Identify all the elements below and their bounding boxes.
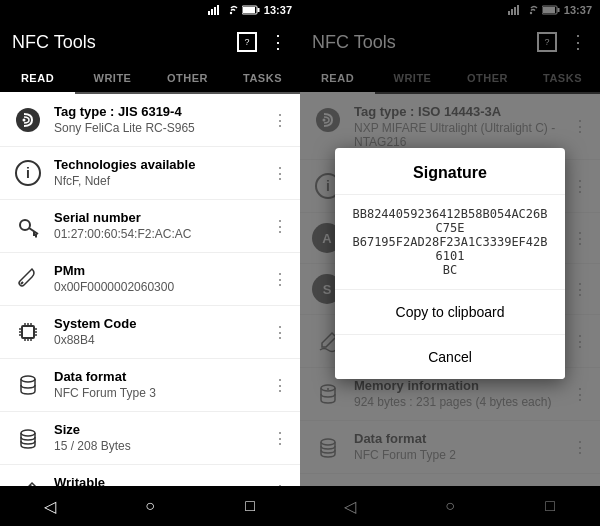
svg-rect-1 [211,9,213,15]
item-subtitle: 0x00F0000002060300 [54,280,272,294]
database-icon [12,369,44,401]
status-icons-left: 13:37 [208,4,292,16]
tab-write-left[interactable]: WRITE [75,64,150,92]
right-screen: 13:37 NFC Tools ? ⋮ READ WRITE OTHER TAS… [300,0,600,526]
svg-point-4 [230,12,232,14]
time-left: 13:37 [264,4,292,16]
svg-rect-6 [257,8,259,12]
status-bar-left: 13:37 [0,0,300,20]
list-item: Data format NFC Forum Type 3 ⋮ [0,359,300,412]
back-button-left[interactable]: ◁ [30,486,70,526]
item-content: Data format NFC Forum Type 3 [54,369,272,400]
nav-bar-left: ◁ ○ □ [0,486,300,526]
list-item: Writable Yes ⋮ [0,465,300,486]
signature-dialog: Signature BB8244059236412B58B054AC26BC75… [335,148,565,379]
more-icon[interactable]: ⋮ [272,482,288,487]
item-subtitle: 0x88B4 [54,333,272,347]
help-icon-left[interactable]: ? [237,32,257,52]
more-icon[interactable]: ⋮ [272,164,288,183]
list-item: Serial number 01:27:00:60:54:F2:AC:AC ⋮ [0,200,300,253]
item-content: Technologies available NfcF, Ndef [54,157,272,188]
tab-tasks-left[interactable]: TASKS [225,64,300,92]
item-subtitle: Sony FeliCa Lite RC-S965 [54,121,272,135]
dialog-body: BB8244059236412B58B054AC26BC75EB67195F2A… [335,195,565,290]
wifi-icon [224,5,238,15]
stack-icon [12,422,44,454]
list-item: System Code 0x88B4 ⋮ [0,306,300,359]
svg-rect-2 [214,7,216,15]
item-subtitle: 15 / 208 Bytes [54,439,272,453]
svg-point-12 [20,220,30,230]
more-icon[interactable]: ⋮ [272,323,288,342]
battery-icon [242,5,260,15]
tab-bar-left: READ WRITE OTHER TASKS [0,64,300,94]
more-icon[interactable]: ⋮ [272,429,288,448]
item-subtitle: 01:27:00:60:54:F2:AC:AC [54,227,272,241]
tab-other-left[interactable]: OTHER [150,64,225,92]
item-title: PMm [54,263,272,278]
more-icon[interactable]: ⋮ [272,270,288,289]
dialog-title: Signature [335,148,565,195]
list-item: PMm 0x00F0000002060300 ⋮ [0,253,300,306]
svg-rect-7 [243,7,255,13]
item-subtitle: NFC Forum Type 3 [54,386,272,400]
svg-point-8 [16,108,40,132]
item-title: Technologies available [54,157,272,172]
recent-button-left[interactable]: □ [230,486,270,526]
pencil-icon [12,475,44,486]
more-icon[interactable]: ⋮ [272,111,288,130]
item-content: PMm 0x00F0000002060300 [54,263,272,294]
copy-to-clipboard-button[interactable]: Copy to clipboard [335,290,565,335]
svg-text:i: i [26,165,30,181]
more-icon[interactable]: ⋮ [272,217,288,236]
chip-icon [12,316,44,348]
nfc-icon [12,104,44,136]
item-subtitle: NfcF, Ndef [54,174,272,188]
svg-line-16 [21,282,23,284]
app-bar-left: NFC Tools ? ⋮ [0,20,300,64]
svg-rect-3 [217,5,219,15]
item-title: Data format [54,369,272,384]
item-title: Serial number [54,210,272,225]
tab-read-left[interactable]: READ [0,64,75,94]
item-content: System Code 0x88B4 [54,316,272,347]
info-icon: i [12,157,44,189]
item-title: System Code [54,316,272,331]
list-item: Tag type : JIS 6319-4 Sony FeliCa Lite R… [0,94,300,147]
item-content: Writable Yes [54,475,272,486]
svg-rect-17 [22,326,34,338]
app-title-left: NFC Tools [12,32,96,53]
item-content: Tag type : JIS 6319-4 Sony FeliCa Lite R… [54,104,272,135]
svg-point-31 [21,430,35,436]
item-title: Size [54,422,272,437]
app-bar-icons-left: ? ⋮ [237,31,288,53]
cancel-button[interactable]: Cancel [335,335,565,379]
content-list-left: Tag type : JIS 6319-4 Sony FeliCa Lite R… [0,94,300,486]
item-content: Size 15 / 208 Bytes [54,422,272,453]
list-item: i Technologies available NfcF, Ndef ⋮ [0,147,300,200]
left-screen: 13:37 NFC Tools ? ⋮ READ WRITE OTHER TAS… [0,0,300,526]
signal-icon [208,5,220,15]
item-title: Tag type : JIS 6319-4 [54,104,272,119]
svg-point-9 [23,119,26,122]
more-icon[interactable]: ⋮ [272,376,288,395]
key-icon [12,210,44,242]
list-item: Size 15 / 208 Bytes ⋮ [0,412,300,465]
home-button-left[interactable]: ○ [130,486,170,526]
item-title: Writable [54,475,272,486]
svg-point-30 [21,376,35,382]
dialog-overlay: Signature BB8244059236412B58B054AC26BC75… [300,0,600,526]
item-content: Serial number 01:27:00:60:54:F2:AC:AC [54,210,272,241]
wrench-icon [12,263,44,295]
svg-rect-0 [208,11,210,15]
overflow-menu-left[interactable]: ⋮ [269,31,288,53]
